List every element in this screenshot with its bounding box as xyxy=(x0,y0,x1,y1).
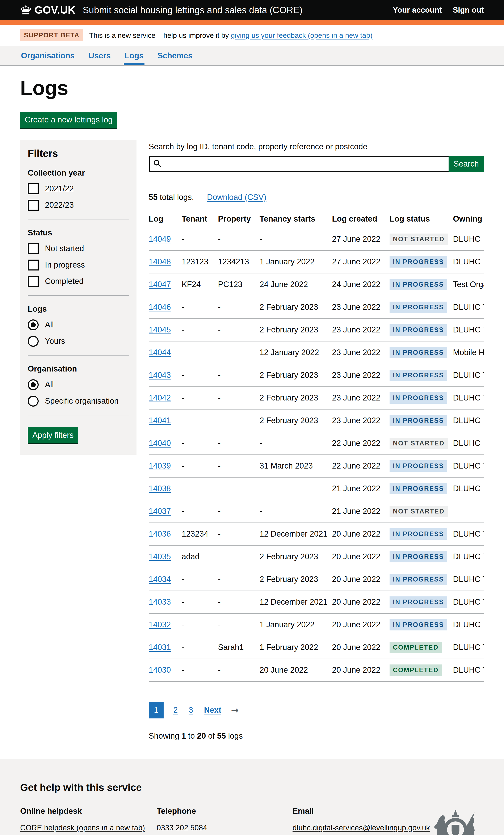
nav-item-logs[interactable]: Logs xyxy=(124,46,144,65)
radio-organisation-specific[interactable]: Specific organisation xyxy=(28,396,129,407)
log-id-link[interactable]: 14031 xyxy=(149,643,171,652)
table-row: 14040---22 June 2022NOT STARTEDDLUHC xyxy=(149,432,484,455)
your-account-link[interactable]: Your account xyxy=(393,6,442,15)
tenant-cell: - xyxy=(182,387,218,409)
log-created-cell: 23 June 2022 xyxy=(332,387,389,409)
col-header-log-created: Log created xyxy=(332,211,389,228)
checkbox-2022-23[interactable]: 2022/23 xyxy=(28,200,129,211)
log-id-link[interactable]: 14038 xyxy=(149,484,171,493)
download-csv-link[interactable]: Download (CSV) xyxy=(207,193,266,202)
log-id-link[interactable]: 14044 xyxy=(149,348,171,357)
log-status-cell: IN PROGRESS xyxy=(389,250,453,273)
log-status-cell: IN PROGRESS xyxy=(389,364,453,387)
checkbox-in-progress[interactable]: In progress xyxy=(28,260,129,270)
log-status-cell: IN PROGRESS xyxy=(389,296,453,319)
pagination-page-3-link[interactable]: 3 xyxy=(187,702,194,718)
owning-org-cell: DLUHC xyxy=(453,250,484,273)
tenant-cell: - xyxy=(182,364,218,387)
govuk-logo-link[interactable]: GOV.UK xyxy=(20,4,76,16)
feedback-link[interactable]: giving us your feedback (opens in a new … xyxy=(231,31,372,39)
log-created-cell: 20 June 2022 xyxy=(332,568,389,591)
pagination-page-1-current[interactable]: 1 xyxy=(149,702,164,718)
tenancy-starts-cell: 12 December 2021 xyxy=(260,523,332,545)
log-created-cell: 20 June 2022 xyxy=(332,545,389,568)
checkbox-not-started[interactable]: Not started xyxy=(28,243,129,254)
status-badge: IN PROGRESS xyxy=(389,279,447,290)
results-divider xyxy=(149,187,484,187)
owning-org-cell: DLUHC Tes xyxy=(453,523,484,545)
checkbox-box-icon[interactable] xyxy=(28,243,39,254)
filter-divider xyxy=(28,415,129,415)
tenancy-starts-cell: 20 June 2022 xyxy=(260,659,332,681)
filters-heading: Filters xyxy=(28,148,129,159)
checkbox-box-icon[interactable] xyxy=(28,276,39,287)
tenancy-starts-cell: 31 March 2023 xyxy=(260,455,332,477)
sign-out-link[interactable]: Sign out xyxy=(453,6,484,15)
radio-button-icon[interactable] xyxy=(28,396,39,407)
checkbox-box-icon[interactable] xyxy=(28,260,39,270)
nav-item-schemes[interactable]: Schemes xyxy=(157,46,194,65)
showing-text: to xyxy=(186,731,197,740)
search-label: Search by log ID, tenant code, property … xyxy=(149,142,484,151)
radio-logs-all[interactable]: All xyxy=(28,320,129,330)
log-id-link[interactable]: 14037 xyxy=(149,507,171,515)
radio-button-icon[interactable] xyxy=(28,320,39,330)
log-id-link[interactable]: 14036 xyxy=(149,529,171,538)
log-id-link[interactable]: 14040 xyxy=(149,439,171,448)
log-id-link[interactable]: 14048 xyxy=(149,257,171,266)
nav-item-users[interactable]: Users xyxy=(88,46,112,65)
log-status-cell: COMPLETED xyxy=(389,636,453,659)
log-id-link[interactable]: 14035 xyxy=(149,552,171,561)
property-cell: - xyxy=(218,591,260,613)
footer: Get help with this service Online helpde… xyxy=(0,759,504,835)
log-id-link[interactable]: 14046 xyxy=(149,303,171,311)
brand-colour-bar xyxy=(0,20,504,25)
nav-item-organisations[interactable]: Organisations xyxy=(20,46,76,65)
log-id-link[interactable]: 14045 xyxy=(149,325,171,334)
checkbox-box-icon[interactable] xyxy=(28,200,39,211)
footer-online-helpdesk: Online helpdesk CORE helpdesk (opens in … xyxy=(20,807,157,835)
core-helpdesk-link[interactable]: CORE helpdesk (opens in a new tab) xyxy=(20,823,145,832)
tenancy-starts-cell: 2 February 2023 xyxy=(260,409,332,432)
phase-banner: SUPPORT BETA This is a new service – hel… xyxy=(0,25,504,46)
pagination-next-link[interactable]: Next xyxy=(203,702,222,718)
status-badge: IN PROGRESS xyxy=(389,460,447,472)
log-id-link[interactable]: 14039 xyxy=(149,462,171,470)
log-created-cell: 20 June 2022 xyxy=(332,659,389,681)
radio-button-icon[interactable] xyxy=(28,336,39,347)
tenancy-starts-cell: - xyxy=(260,228,332,250)
apply-filters-button[interactable]: Apply filters xyxy=(28,427,78,443)
log-created-cell: 23 June 2022 xyxy=(332,296,389,319)
status-legend: Status xyxy=(28,228,129,237)
total-count-text: total logs. xyxy=(158,193,194,202)
log-id-link[interactable]: 14047 xyxy=(149,280,171,289)
log-id-link[interactable]: 14032 xyxy=(149,620,171,629)
log-status-cell: NOT STARTED xyxy=(389,228,453,250)
checkbox-completed[interactable]: Completed xyxy=(28,276,129,287)
owning-org-cell: DLUHC xyxy=(453,409,484,432)
primary-navigation: Organisations Users Logs Schemes xyxy=(0,46,504,66)
tenancy-starts-cell: 2 February 2023 xyxy=(260,296,332,319)
search-input[interactable] xyxy=(162,157,445,171)
log-id-link[interactable]: 14043 xyxy=(149,371,171,380)
email-link[interactable]: dluhc.digital-services@levellingup.gov.u… xyxy=(293,823,430,832)
filter-divider xyxy=(28,219,129,220)
checkbox-box-icon[interactable] xyxy=(28,183,39,194)
log-id-link[interactable]: 14041 xyxy=(149,416,171,425)
radio-button-icon[interactable] xyxy=(28,379,39,390)
checkbox-2021-22[interactable]: 2021/22 xyxy=(28,183,129,194)
log-id-link[interactable]: 14030 xyxy=(149,666,171,674)
table-row: 14032--1 January 202220 June 2022IN PROG… xyxy=(149,613,484,636)
log-id-link[interactable]: 14034 xyxy=(149,575,171,584)
create-lettings-log-button[interactable]: Create a new lettings log xyxy=(20,112,117,128)
log-id-link[interactable]: 14042 xyxy=(149,393,171,402)
radio-logs-yours[interactable]: Yours xyxy=(28,336,129,347)
table-row: 14035adad-2 February 202320 June 2022IN … xyxy=(149,545,484,568)
radio-organisation-all[interactable]: All xyxy=(28,379,129,390)
tenant-cell: KF24 xyxy=(182,273,218,296)
search-button[interactable]: Search xyxy=(448,156,484,172)
pagination-page-2-link[interactable]: 2 xyxy=(172,702,179,718)
log-id-link[interactable]: 14049 xyxy=(149,235,171,243)
log-id-link[interactable]: 14033 xyxy=(149,597,171,606)
tenant-cell: - xyxy=(182,636,218,659)
